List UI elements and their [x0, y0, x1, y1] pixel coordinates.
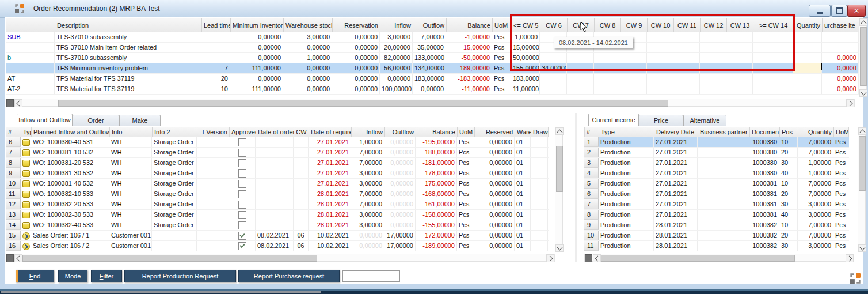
- cell-approved[interactable]: [229, 189, 256, 199]
- cell-quantity[interactable]: [793, 53, 822, 63]
- table-row[interactable]: 3Production27.01.20211000380301,00000Pcs: [584, 158, 849, 168]
- cell-cw-2[interactable]: [567, 74, 594, 84]
- cell-warehouse[interactable]: 01: [515, 148, 531, 157]
- cell-approved[interactable]: [229, 199, 256, 209]
- cell-delivery_date[interactable]: 27.01.2021: [654, 199, 698, 209]
- column-header[interactable]: Delivery Date: [654, 127, 698, 137]
- cell-cw[interactable]: [294, 189, 309, 199]
- cell-document[interactable]: 1000380: [749, 148, 779, 157]
- table-row[interactable]: 5Production27.01.20211000381107,00000Pcs: [584, 179, 849, 189]
- cell-delivery_date[interactable]: 28.01.2021: [654, 231, 698, 240]
- cell-outflow[interactable]: 0,00000: [413, 84, 446, 94]
- cell-item[interactable]: b: [6, 53, 55, 63]
- cell-i_version[interactable]: [197, 168, 229, 178]
- row-header[interactable]: 3: [584, 158, 599, 168]
- cell-balance[interactable]: -11,00000: [446, 84, 492, 94]
- cell-date_of_order[interactable]: [256, 168, 294, 178]
- column-header[interactable]: UoM: [834, 127, 849, 137]
- column-header[interactable]: #: [585, 127, 599, 137]
- column-header[interactable]: Quantity: [794, 18, 823, 32]
- table-row[interactable]: 12WO: 1000382-20 533WHStorage Order28.01…: [6, 199, 549, 210]
- bottom-right-horizontal-scrollbar[interactable]: [584, 254, 854, 262]
- cell-planned[interactable]: WO: 1000381-10 532: [31, 148, 109, 157]
- column-header[interactable]: UoM: [458, 127, 475, 137]
- cell-min_inventory[interactable]: 111,00000: [230, 84, 283, 94]
- mode-button[interactable]: Mode: [58, 270, 87, 282]
- cell-outflow[interactable]: 0,00000: [384, 158, 416, 168]
- cell-business_partner[interactable]: [698, 199, 749, 209]
- cell-info[interactable]: WH: [109, 199, 152, 209]
- cell-pos[interactable]: 20: [779, 231, 798, 240]
- approved-checkbox[interactable]: [238, 159, 246, 167]
- cell-item[interactable]: AT-2: [6, 84, 55, 94]
- cell-uom[interactable]: Pcs: [457, 179, 474, 189]
- cell-approved[interactable]: [229, 231, 256, 240]
- cell-cw-7[interactable]: [700, 53, 726, 63]
- cell-inflow[interactable]: 20,00000: [380, 43, 413, 52]
- cell-cw-0[interactable]: 1,00000: [511, 32, 540, 42]
- cell-i_version[interactable]: [197, 189, 229, 199]
- approved-checkbox[interactable]: [238, 232, 246, 240]
- cell-cw-8[interactable]: [726, 32, 753, 42]
- cell-inflow[interactable]: 3,00000: [351, 220, 384, 230]
- cell-cw-6[interactable]: [673, 74, 700, 84]
- scroll-down-button[interactable]: [555, 244, 564, 252]
- cell-balance[interactable]: -183,00000: [446, 74, 492, 84]
- cell-cw-1[interactable]: 34,00000: [540, 63, 567, 73]
- row-header[interactable]: 4: [584, 168, 599, 178]
- cell-delivery_date[interactable]: 27.01.2021: [654, 179, 698, 189]
- cell-pos[interactable]: 10: [779, 179, 798, 189]
- cell-reserved[interactable]: 0,00000: [474, 168, 515, 178]
- cell-cw-7[interactable]: [700, 32, 726, 42]
- cell-purchase_item[interactable]: [822, 43, 859, 52]
- table-row[interactable]: 4Production27.01.20211000380401,00000Pcs: [584, 168, 849, 179]
- cell-purchase_item[interactable]: 0,0000: [822, 63, 859, 73]
- tab-order[interactable]: Order: [73, 115, 119, 126]
- cell-i_version[interactable]: [197, 137, 229, 147]
- cell-drawing[interactable]: [531, 168, 548, 178]
- row-header[interactable]: 5: [584, 179, 599, 189]
- cell-warehouse[interactable]: 01: [515, 231, 531, 240]
- cell-delivery_date[interactable]: 27.01.2021: [654, 137, 698, 147]
- column-header[interactable]: CW 8: [595, 18, 621, 32]
- column-header[interactable]: Info: [110, 127, 153, 137]
- scroll-down-button[interactable]: [859, 89, 867, 97]
- cell-quantity[interactable]: 7,00000: [798, 179, 833, 189]
- table-row[interactable]: 15Sales Order: 106 / 1Customer 00108.02.…: [6, 231, 549, 241]
- cell-type[interactable]: Production: [599, 199, 654, 209]
- cell-cw-4[interactable]: [620, 74, 647, 84]
- cell-type[interactable]: Production: [599, 158, 654, 168]
- cell-approved[interactable]: [229, 148, 256, 157]
- cell-drawing[interactable]: [531, 158, 548, 168]
- pane-divider[interactable]: [575, 113, 577, 262]
- cell-cw-7[interactable]: [700, 84, 726, 94]
- cell-i_version[interactable]: [197, 241, 229, 251]
- cell-cw-5[interactable]: [647, 63, 673, 73]
- cell-cw-5[interactable]: [647, 74, 673, 84]
- cell-cw-2[interactable]: [567, 63, 594, 73]
- cell-balance[interactable]: -188,00000: [416, 148, 457, 157]
- cell-cw-8[interactable]: [726, 84, 753, 94]
- cell-cw[interactable]: [294, 199, 309, 209]
- cell-reservation[interactable]: 0,00000: [332, 74, 380, 84]
- cell-balance[interactable]: -155,00000: [416, 220, 457, 230]
- cell-cw-1[interactable]: [540, 53, 567, 63]
- cell-warehouse[interactable]: 01: [515, 199, 531, 209]
- cell-icon[interactable]: [21, 158, 31, 168]
- cell-warehouse[interactable]: 01: [515, 241, 531, 251]
- cell-type[interactable]: Production: [599, 179, 654, 189]
- column-header[interactable]: <= CW 5: [512, 18, 540, 32]
- row-header[interactable]: 11: [6, 189, 21, 199]
- cell-cw-2[interactable]: [567, 84, 594, 94]
- cell-quantity[interactable]: 7,00000: [798, 231, 833, 240]
- cell-reservation[interactable]: 0,00000: [332, 84, 380, 94]
- cell-icon[interactable]: [21, 148, 31, 157]
- cell-cw-0[interactable]: 11,00000: [511, 84, 540, 94]
- approved-checkbox[interactable]: [238, 242, 246, 250]
- cell-uom[interactable]: Pcs: [457, 220, 474, 230]
- cell-cw-9[interactable]: [753, 84, 793, 94]
- cell-icon[interactable]: [21, 231, 31, 240]
- cell-warehouse_stock[interactable]: 0,00000: [283, 84, 332, 94]
- cell-icon[interactable]: [21, 137, 31, 147]
- cell-warehouse[interactable]: 01: [515, 137, 531, 147]
